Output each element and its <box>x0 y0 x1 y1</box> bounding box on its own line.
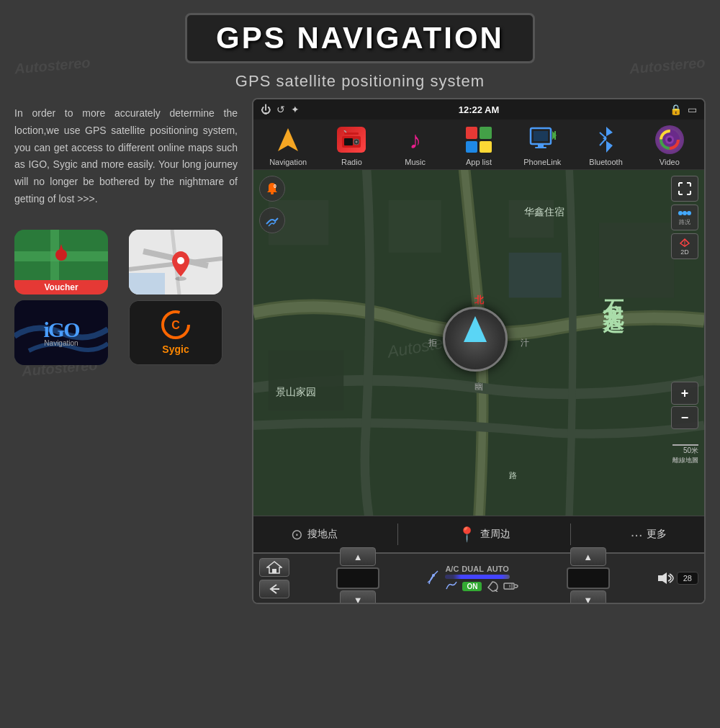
radio-icon <box>336 124 367 156</box>
vol-up-btn[interactable]: ▲ <box>340 547 376 566</box>
nearby-btn[interactable]: 📍 查周边 <box>458 526 510 543</box>
svg-point-51 <box>678 211 683 215</box>
navigation-label: Navigation <box>269 158 307 166</box>
description-text: In order to more accurately determine th… <box>14 98 238 215</box>
video-circle <box>655 125 684 154</box>
svg-rect-57 <box>272 569 276 573</box>
car-controls: ▲ ▼ A/C DUAL AUTO <box>253 552 704 603</box>
pin-icon: 📍 <box>458 526 476 543</box>
applist-grid <box>466 127 492 153</box>
lock-icon: 🔒 <box>670 104 682 115</box>
map-left-controls: 0 <box>259 176 285 233</box>
svg-point-52 <box>683 211 687 215</box>
map-right-controls: 路况 2D <box>671 176 698 259</box>
video-label: Video <box>660 158 680 166</box>
app-item-radio[interactable]: Radio <box>326 124 377 166</box>
ac-text: A/C <box>445 565 459 573</box>
zoom-in-btn[interactable]: + <box>671 382 698 405</box>
compass-south: 幽 <box>474 381 483 393</box>
dots-icon: ··· <box>631 526 643 543</box>
svg-marker-16 <box>278 128 298 151</box>
voucher-label: Voucher <box>14 280 108 295</box>
svg-text:C: C <box>171 319 180 331</box>
scale-bar <box>672 444 698 446</box>
device-screen: ⏻ ↺ ✦ 12:22 AM 🔒 ▭ Navigation <box>252 98 706 604</box>
svg-rect-26 <box>535 147 546 148</box>
more-btn[interactable]: ··· 更多 <box>631 526 667 543</box>
svg-point-11 <box>177 257 184 264</box>
signal-btn[interactable] <box>259 207 285 233</box>
vol-down-btn[interactable]: ▼ <box>340 590 376 604</box>
svg-rect-40 <box>509 253 562 298</box>
left-panel: In order to more accurately determine th… <box>14 98 238 604</box>
right-up-btn[interactable]: ▲ <box>570 547 606 566</box>
svg-text:华鑫住宿: 华鑫住宿 <box>524 207 564 217</box>
more-label: 更多 <box>647 528 667 541</box>
status-time: 12:22 AM <box>459 104 500 115</box>
grid-cell-2 <box>480 127 492 139</box>
expand-btn[interactable] <box>671 176 698 202</box>
music-label: Music <box>405 158 426 166</box>
status-bar: ⏻ ↺ ✦ 12:22 AM 🔒 ▭ <box>253 99 704 120</box>
divider-2 <box>570 523 571 545</box>
right-down-btn[interactable]: ▼ <box>570 590 606 604</box>
svg-rect-39 <box>509 200 554 238</box>
svg-rect-9 <box>129 273 165 295</box>
app-item-video[interactable]: Video <box>644 124 695 166</box>
video-icon <box>654 124 685 156</box>
svg-rect-25 <box>538 144 544 147</box>
app-icon-sygic[interactable]: C Sygic <box>129 300 222 365</box>
right-screen <box>567 567 610 589</box>
header: GPS NAVIGATION GPS satellite positioning… <box>0 0 720 98</box>
road-condition-btn[interactable]: 路况 <box>671 205 698 230</box>
auto-text: AUTO <box>487 565 509 573</box>
app-icon-google-maps[interactable] <box>129 230 222 295</box>
svg-line-30 <box>600 138 606 145</box>
page-title: GPS NAVIGATION <box>216 21 504 55</box>
zoom-out-btn[interactable]: − <box>671 406 698 429</box>
svg-text:路: 路 <box>509 471 517 480</box>
svg-line-22 <box>344 130 346 132</box>
battery-icon: ▭ <box>688 104 697 115</box>
zoom-controls: + − <box>671 382 698 429</box>
app-item-phonelink[interactable]: PhoneLink <box>517 124 567 166</box>
vol-screen <box>336 567 379 589</box>
compass-north: 北 <box>474 294 484 307</box>
app-icon-sygic-maps[interactable]: Voucher <box>14 230 108 295</box>
view-2d-btn[interactable]: 2D <box>671 233 698 259</box>
igo-logo-text: iGO <box>43 318 78 342</box>
status-icons-left: ⏻ ↺ ✦ <box>261 104 300 115</box>
app-item-bluetooth[interactable]: Bluetooth <box>581 124 631 166</box>
app-icons-grid: Voucher <box>14 230 238 365</box>
svg-marker-61 <box>658 572 667 584</box>
app-icon-igo[interactable]: iGO Navigation <box>14 300 108 365</box>
compass-arrow <box>464 316 487 342</box>
back-btn[interactable] <box>259 580 289 598</box>
svg-point-20 <box>356 141 358 143</box>
svg-point-58 <box>432 574 435 577</box>
svg-point-10 <box>175 277 186 281</box>
subtitle: GPS satellite positioning system <box>0 72 720 91</box>
status-icons-right: 🔒 ▭ <box>670 104 697 115</box>
volume-display: 28 <box>677 572 698 585</box>
grid-cell-1 <box>466 127 478 139</box>
notification-btn[interactable]: 0 <box>259 176 285 202</box>
scale-text: 50米 <box>683 446 698 454</box>
search-location-btn[interactable]: ⊙ 搜地点 <box>291 526 338 543</box>
bluetooth-icon <box>590 124 622 156</box>
divider-1 <box>397 523 398 545</box>
app-item-music[interactable]: ♪ Music <box>390 124 441 166</box>
compass-ring[interactable] <box>443 307 508 372</box>
view-2d-label: 2D <box>680 248 689 256</box>
home-btn[interactable] <box>259 558 289 577</box>
bluetooth-label: Bluetooth <box>589 158 622 166</box>
applist-label: App list <box>466 158 492 166</box>
app-item-applist[interactable]: App list <box>454 124 504 166</box>
app-item-navigation[interactable]: Navigation <box>263 124 313 166</box>
svg-rect-24 <box>534 131 548 141</box>
grid-cell-4 <box>480 141 492 153</box>
navigation-icon <box>272 124 304 156</box>
scale-indicator: 50米 離線地圖 <box>672 444 698 465</box>
compass-west: 拒 <box>428 337 437 349</box>
compass-east: 汁 <box>521 337 529 349</box>
